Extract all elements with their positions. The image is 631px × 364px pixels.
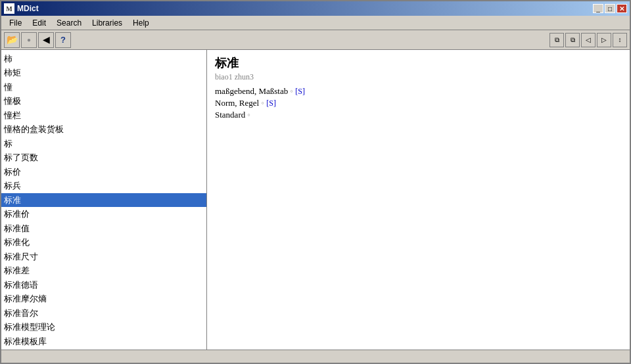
scroll-icon: ↕: [619, 36, 622, 43]
word-list-panel: 标准柴门窦夫槁祝其栃柿柿子柿柿矩憧憧极憧栏憧格的盒装货板标标了页数标价标兵标准标…: [1, 50, 207, 350]
word-item[interactable]: 憧: [1, 80, 206, 95]
word-item[interactable]: 柿矩: [1, 66, 206, 80]
toolbar-prev-button[interactable]: ◁: [581, 33, 596, 47]
definition-entry-0: maßgebend, Maßstab ◦ [S]: [215, 86, 622, 97]
word-item[interactable]: 标准价: [1, 207, 206, 221]
prev-icon: ◁: [586, 36, 591, 43]
toolbar-next-button[interactable]: ▷: [597, 33, 611, 47]
def-link-1[interactable]: [S]: [266, 99, 276, 108]
word-item[interactable]: 标准模型理论: [1, 320, 206, 334]
menu-libraries[interactable]: Libraries: [87, 17, 128, 29]
word-item[interactable]: 标准: [1, 193, 206, 208]
def-link-0[interactable]: [S]: [295, 87, 305, 96]
word-item[interactable]: 标准音尔: [1, 306, 206, 321]
maximize-button[interactable]: □: [605, 4, 615, 13]
word-item[interactable]: 标准差: [1, 263, 206, 278]
word-item[interactable]: 标准德语: [1, 278, 206, 292]
definition-pinyin: biao1 zhun3: [215, 72, 622, 82]
word-item[interactable]: 憧极: [1, 94, 206, 108]
toolbar-open-button[interactable]: 📂: [4, 32, 20, 48]
definition-title: 标准: [215, 55, 622, 71]
minimize-button[interactable]: _: [593, 4, 603, 13]
toolbar-help-button[interactable]: ?: [55, 32, 71, 48]
status-bar: [1, 350, 630, 363]
word-item[interactable]: 标价: [1, 165, 206, 179]
stop-icon: ●: [27, 36, 31, 43]
title-bar: M MDict _ □ ✕: [1, 1, 630, 16]
help-icon: ?: [60, 35, 66, 45]
close-button[interactable]: ✕: [617, 4, 627, 13]
copy1-icon: ⧉: [555, 36, 559, 44]
main-window: M MDict _ □ ✕ File Edit Search Libraries…: [0, 0, 631, 364]
menu-file[interactable]: File: [4, 17, 27, 29]
definition-entry-1: Norm, Regel ◦ [S]: [215, 98, 622, 108]
menu-bar: File Edit Search Libraries Help: [1, 16, 630, 30]
main-content: 标准柴门窦夫槁祝其栃柿柿子柿柿矩憧憧极憧栏憧格的盒装货板标标了页数标价标兵标准标…: [1, 50, 630, 350]
word-item[interactable]: 憧格的盒装货板: [1, 122, 206, 137]
toolbar-copy1-button[interactable]: ⧉: [549, 33, 564, 47]
toolbar: 📂 ● ◀ ? ⧉ ⧉ ◁ ▷ ↕: [1, 30, 630, 50]
word-item[interactable]: 标了页数: [1, 150, 206, 165]
toolbar-back-button[interactable]: ◀: [38, 32, 54, 48]
word-item[interactable]: 标准尺寸: [1, 250, 206, 264]
def-text-0: maßgebend, Maßstab: [215, 86, 288, 96]
word-item[interactable]: 憧栏: [1, 108, 206, 123]
word-item[interactable]: 标兵: [1, 179, 206, 193]
word-item[interactable]: 标准值: [1, 221, 206, 236]
back-icon: ◀: [43, 34, 50, 45]
next-icon: ▷: [601, 36, 607, 43]
definition-entry-2: Standard ◦: [215, 110, 622, 120]
title-bar-left: M MDict: [4, 3, 39, 14]
open-icon: 📂: [7, 34, 18, 45]
word-item[interactable]: 标准模板库: [1, 334, 206, 349]
def-text-2: Standard: [215, 110, 245, 120]
toolbar-right: ⧉ ⧉ ◁ ▷ ↕: [549, 33, 627, 47]
word-item[interactable]: 标: [1, 137, 206, 151]
window-controls: _ □ ✕: [593, 4, 627, 13]
word-item[interactable]: 柿: [1, 52, 206, 66]
definition-panel: 标准 biao1 zhun3 maßgebend, Maßstab ◦ [S] …: [207, 50, 630, 350]
def-text-1: Norm, Regel: [215, 98, 259, 108]
menu-edit[interactable]: Edit: [27, 17, 51, 29]
word-item[interactable]: 标准摩尔熵: [1, 292, 206, 306]
def-bullet-2: ◦: [247, 110, 250, 120]
word-item[interactable]: 标准化: [1, 235, 206, 250]
app-icon: M: [4, 3, 14, 14]
toolbar-scroll-button[interactable]: ↕: [613, 33, 627, 47]
toolbar-copy2-button[interactable]: ⧉: [565, 33, 580, 47]
toolbar-stop-button[interactable]: ●: [21, 32, 37, 48]
copy2-icon: ⧉: [571, 36, 575, 44]
menu-help[interactable]: Help: [128, 17, 154, 29]
window-title: MDict: [17, 4, 39, 13]
word-list[interactable]: 标准柴门窦夫槁祝其栃柿柿子柿柿矩憧憧极憧栏憧格的盒装货板标标了页数标价标兵标准标…: [1, 50, 206, 350]
menu-search[interactable]: Search: [51, 17, 87, 29]
